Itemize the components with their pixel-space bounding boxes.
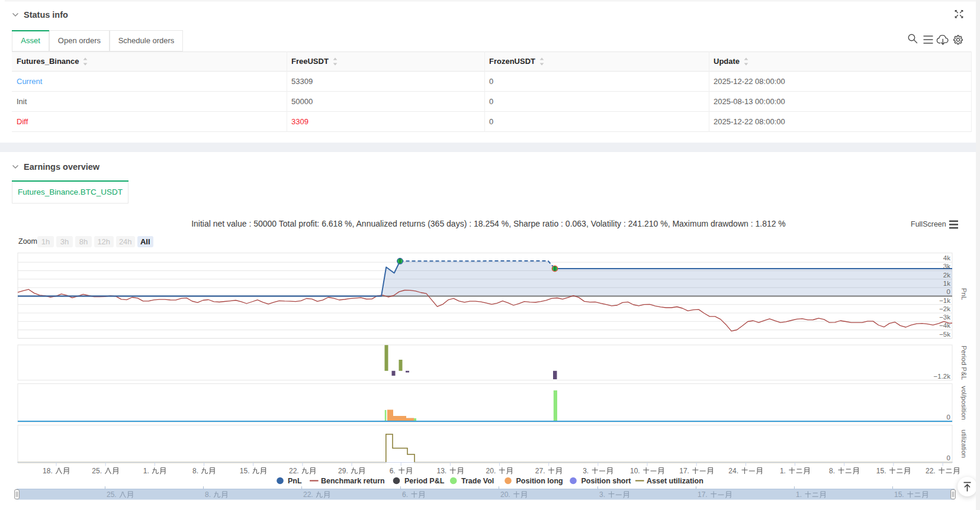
svg-text:27.: 27. — [535, 467, 545, 475]
svg-text:3k: 3k — [943, 263, 950, 270]
svg-text:PnL: PnL — [960, 288, 968, 301]
svg-text:Trade Vol: Trade Vol — [461, 477, 494, 485]
svg-text:vol/position: vol/position — [960, 386, 968, 420]
svg-text:utilization: utilization — [960, 430, 968, 458]
svg-text:10.: 10. — [630, 467, 640, 475]
svg-text:18.: 18. — [43, 467, 53, 475]
svg-text:Asset utilization: Asset utilization — [647, 477, 703, 485]
svg-text:15.: 15. — [876, 467, 886, 475]
svg-text:22.: 22. — [926, 467, 936, 475]
svg-text:25.: 25. — [92, 467, 102, 475]
svg-text:1.: 1. — [143, 467, 149, 475]
svg-text:4k: 4k — [943, 254, 950, 262]
svg-text:13.: 13. — [437, 467, 447, 475]
svg-text:Position long: Position long — [516, 477, 563, 485]
svg-text:Period P&L: Period P&L — [404, 477, 445, 485]
svg-text:25.: 25. — [107, 490, 117, 499]
svg-text:15.: 15. — [240, 467, 250, 475]
svg-text:−5k: −5k — [939, 331, 950, 338]
svg-text:8.: 8. — [192, 467, 198, 475]
svg-text:0: 0 — [947, 414, 950, 421]
svg-text:−1.2k: −1.2k — [934, 373, 951, 380]
svg-text:15.: 15. — [894, 490, 904, 499]
svg-text:3.: 3. — [599, 490, 605, 499]
svg-text:6.: 6. — [402, 490, 408, 499]
svg-text:1.: 1. — [780, 467, 786, 475]
svg-text:8.: 8. — [205, 490, 211, 499]
svg-text:22.: 22. — [289, 467, 299, 475]
svg-text:17.: 17. — [679, 467, 689, 475]
svg-text:0: 0 — [947, 454, 950, 461]
svg-text:22.: 22. — [303, 490, 313, 499]
svg-text:PnL: PnL — [288, 477, 302, 485]
svg-text:20.: 20. — [500, 490, 510, 499]
svg-text:−3k: −3k — [939, 314, 950, 321]
svg-text:2k: 2k — [943, 272, 950, 279]
svg-text:17.: 17. — [698, 490, 708, 499]
svg-text:0: 0 — [947, 288, 950, 295]
svg-text:3.: 3. — [583, 467, 589, 475]
svg-text:6.: 6. — [390, 467, 396, 475]
svg-text:24.: 24. — [728, 467, 738, 475]
svg-text:Benchmark return: Benchmark return — [321, 477, 385, 485]
svg-text:Position short: Position short — [581, 477, 632, 485]
svg-text:29.: 29. — [338, 467, 348, 475]
svg-text:1.: 1. — [796, 490, 802, 499]
svg-text:−4k: −4k — [939, 322, 950, 329]
svg-text:1k: 1k — [943, 280, 950, 287]
svg-text:−2k: −2k — [939, 305, 950, 312]
svg-text:8.: 8. — [829, 467, 835, 475]
svg-text:Period P&L: Period P&L — [960, 346, 968, 380]
svg-text:−1k: −1k — [939, 297, 950, 304]
svg-text:20.: 20. — [486, 467, 496, 475]
